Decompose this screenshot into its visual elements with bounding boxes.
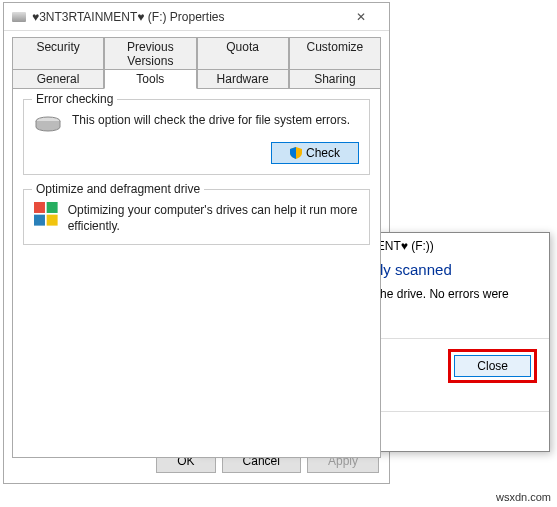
tab-quota[interactable]: Quota [197,37,289,70]
tab-customize[interactable]: Customize [289,37,381,70]
svg-rect-4 [47,215,58,226]
svg-rect-1 [34,202,45,213]
check-button-label: Check [306,146,340,160]
defrag-group: Optimize and defragment drive Optimizing… [23,189,370,245]
error-checking-group: Error checking This option will check th… [23,99,370,175]
tab-hardware[interactable]: Hardware [197,69,289,89]
window-title: ♥3NT3RTAINMENT♥ (F:) Properties [32,10,341,24]
drive-icon [12,12,26,22]
tab-container: Security Previous Versions Quota Customi… [12,37,381,458]
tab-content-tools: Error checking This option will check th… [12,88,381,458]
defrag-title: Optimize and defragment drive [32,182,204,196]
close-button[interactable]: Close [454,355,531,377]
check-button[interactable]: Check [271,142,359,164]
shield-icon [290,147,302,159]
error-checking-desc: This option will check the drive for fil… [72,112,350,128]
disk-icon [34,116,62,134]
defrag-icon [34,202,58,230]
close-highlight: Close [448,349,537,383]
close-icon[interactable]: ✕ [341,3,381,30]
tab-tools[interactable]: Tools [104,69,196,89]
svg-rect-2 [47,202,58,213]
tab-previous-versions[interactable]: Previous Versions [104,37,196,70]
properties-window: ♥3NT3RTAINMENT♥ (F:) Properties ✕ Securi… [3,2,390,484]
defrag-desc: Optimizing your computer's drives can he… [68,202,359,234]
titlebar[interactable]: ♥3NT3RTAINMENT♥ (F:) Properties ✕ [4,3,389,31]
watermark: wsxdn.com [496,491,551,503]
tab-general[interactable]: General [12,69,104,89]
tab-sharing[interactable]: Sharing [289,69,381,89]
svg-rect-3 [34,215,45,226]
error-checking-title: Error checking [32,92,117,106]
tab-security[interactable]: Security [12,37,104,70]
